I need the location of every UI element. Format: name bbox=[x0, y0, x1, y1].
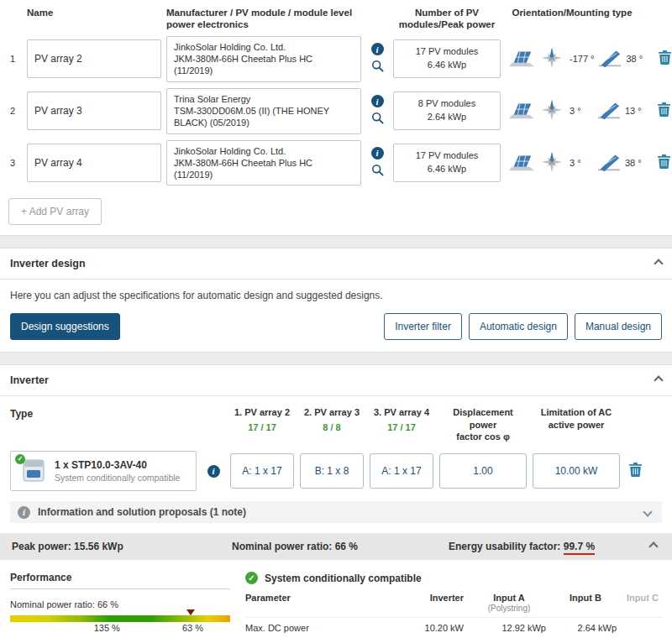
col-header-parameter: Parameter bbox=[245, 593, 408, 603]
search-icon[interactable] bbox=[371, 112, 384, 127]
col-header-inverter: Inverter bbox=[413, 593, 465, 603]
info-icon[interactable]: i bbox=[371, 95, 384, 107]
information-proposals-band[interactable]: i Information and solution proposals (1 … bbox=[10, 501, 662, 523]
pv-array-row: 2 PV array 3 Trina Solar Energy TSM-330D… bbox=[8, 88, 664, 134]
mounting-type-icon bbox=[509, 100, 534, 122]
performance-title: Performance bbox=[10, 572, 230, 589]
bar-marker bbox=[186, 609, 195, 615]
orientation-cell: 3 ° 38 ° bbox=[506, 150, 648, 175]
collapse-chevron-icon[interactable] bbox=[654, 376, 663, 385]
azimuth-value: 3 ° bbox=[570, 158, 593, 168]
information-proposals-label: Information and solution proposals (1 no… bbox=[38, 506, 246, 518]
azimuth-value: 3 ° bbox=[570, 106, 593, 116]
modules-field[interactable]: 17 PV modules 6.46 kWp bbox=[393, 144, 501, 182]
orientation-cell: 3 ° 13 ° bbox=[506, 98, 648, 123]
module-count: 17 / 17 bbox=[370, 421, 433, 433]
manufacturer-text: JinkoSolar Holding Co. Ltd. bbox=[174, 145, 354, 157]
inverter-table-header: Type 1. PV array 2 17 / 17 2. PV array 3… bbox=[0, 406, 672, 442]
nominal-power-ratio-bar bbox=[10, 609, 230, 623]
col-header-ac-limit: Limitation of AC active power bbox=[533, 406, 620, 431]
collapse-chevron-icon[interactable] bbox=[648, 542, 658, 552]
inverter-design-section: Inverter design Here you can adjust the … bbox=[0, 248, 672, 352]
input-config-b[interactable]: B: 1 x 8 bbox=[300, 453, 364, 489]
npr-tick-2: 63 % bbox=[182, 623, 203, 633]
tilt-value: 38 ° bbox=[626, 54, 649, 64]
delete-icon[interactable] bbox=[658, 102, 670, 119]
cos-phi-field[interactable]: 1.00 bbox=[439, 453, 527, 489]
orientation-cell: -177 ° 38 ° bbox=[506, 46, 649, 71]
expand-chevron-icon[interactable] bbox=[643, 508, 652, 517]
compass-icon bbox=[538, 46, 565, 71]
info-icon[interactable]: i bbox=[207, 465, 220, 478]
compass-icon bbox=[538, 98, 565, 123]
col-header-array-2: 2. PV array 3 8 / 8 bbox=[300, 406, 364, 433]
collapse-chevron-icon[interactable] bbox=[654, 259, 663, 269]
col-header-manufacturer: Manufacturer / PV module / module level … bbox=[166, 3, 361, 31]
col-header-input-b: Input B bbox=[553, 593, 618, 603]
info-icon: i bbox=[18, 506, 30, 519]
input-config-c[interactable]: A: 1 x 17 bbox=[370, 453, 433, 489]
delete-icon[interactable] bbox=[629, 463, 642, 479]
peak-power-summary: Peak power: 15.56 kWp bbox=[12, 541, 232, 552]
col-header-name: Name bbox=[27, 3, 161, 18]
search-icon[interactable] bbox=[371, 60, 384, 75]
energy-usability-summary: Energy usability factor: 99.7 % bbox=[449, 541, 595, 552]
input-a-subtitle: (Polystring) bbox=[470, 604, 548, 613]
inverter-filter-button[interactable]: Inverter filter bbox=[384, 313, 462, 340]
section-title: Inverter design bbox=[10, 258, 86, 269]
tilt-icon bbox=[597, 100, 621, 122]
details-panel: Performance Nominal power ratio: 66 % 13… bbox=[0, 560, 672, 638]
col-header-cos-phi: Displacement power factor cos φ bbox=[439, 406, 527, 442]
col-header-array-1: 1. PV array 2 17 / 17 bbox=[230, 406, 294, 433]
section-divider bbox=[0, 352, 672, 365]
section-description: Here you can adjust the specifications f… bbox=[10, 290, 662, 301]
pv-module-field[interactable]: JinkoSolar Holding Co. Ltd. JKM-380M-66H… bbox=[166, 36, 361, 82]
pv-array-name-field[interactable]: PV array 4 bbox=[27, 144, 161, 182]
pv-array-name-field[interactable]: PV array 3 bbox=[27, 92, 161, 130]
input-config-a[interactable]: A: 1 x 17 bbox=[230, 453, 294, 489]
manual-design-button[interactable]: Manual design bbox=[575, 313, 662, 340]
info-icon[interactable]: i bbox=[371, 43, 384, 55]
inverter-type-field[interactable]: ✓ 1 x STP10.0-3AV-40 System conditionall… bbox=[10, 451, 197, 491]
pv-array-section: Name Manufacturer / PV module / module l… bbox=[0, 0, 672, 235]
inverter-name: 1 x STP10.0-3AV-40 bbox=[55, 459, 180, 471]
col-header-orientation: Orientation/Mounting type bbox=[506, 3, 638, 18]
manufacturer-text: Trina Solar Energy bbox=[174, 93, 354, 105]
section-divider bbox=[0, 235, 672, 248]
delete-icon[interactable] bbox=[659, 50, 671, 67]
pv-design-page: Name Manufacturer / PV module / module l… bbox=[0, 0, 672, 638]
pv-array-row: 1 PV array 2 JinkoSolar Holding Co. Ltd.… bbox=[8, 36, 664, 82]
search-icon[interactable] bbox=[371, 164, 384, 179]
summary-band: Peak power: 15.56 kWp Nominal power rati… bbox=[0, 533, 672, 560]
automatic-design-button[interactable]: Automatic design bbox=[469, 313, 568, 340]
info-icon[interactable]: i bbox=[371, 147, 384, 160]
inverter-section: Inverter Type 1. PV array 2 17 / 17 2. P… bbox=[0, 365, 672, 638]
compatibility-title: System conditionally compatible bbox=[265, 573, 422, 584]
pv-array-name-field[interactable]: PV array 2 bbox=[27, 39, 161, 78]
compat-row: Max. DC power 10.20 kW 12.92 kWp 2.64 kW… bbox=[245, 617, 662, 638]
col-header-modules: Number of PV modules/Peak power bbox=[393, 3, 501, 31]
energy-usability-value: 99.7 % bbox=[564, 541, 595, 555]
col-header-type: Type bbox=[10, 406, 224, 420]
nominal-power-ratio-summary: Nominal power ratio: 66 % bbox=[232, 541, 449, 552]
add-pv-array-button[interactable]: + Add PV array bbox=[8, 198, 102, 225]
performance-panel: Performance Nominal power ratio: 66 % 13… bbox=[10, 572, 230, 638]
ac-limit-field[interactable]: 10.00 kW bbox=[533, 453, 620, 489]
compass-icon bbox=[538, 150, 565, 175]
pv-table-header: Name Manufacturer / PV module / module l… bbox=[8, 3, 664, 31]
module-text: TSM-330DD06M.05 (II) (THE HONEY BLACK) (… bbox=[174, 105, 354, 129]
design-suggestions-button[interactable]: Design suggestions bbox=[10, 313, 120, 340]
module-count: 8 / 8 bbox=[300, 421, 364, 433]
mounting-type-icon bbox=[509, 152, 534, 174]
delete-icon[interactable] bbox=[658, 154, 670, 171]
manufacturer-text: JinkoSolar Holding Co. Ltd. bbox=[174, 41, 354, 53]
inverter-row: ✓ 1 x STP10.0-3AV-40 System conditionall… bbox=[0, 451, 672, 491]
modules-field[interactable]: 17 PV modules 6.46 kWp bbox=[393, 39, 501, 78]
col-header-input-a: Input A(Polystring) bbox=[470, 593, 548, 613]
pv-module-field[interactable]: JinkoSolar Holding Co. Ltd. JKM-380M-66H… bbox=[166, 140, 361, 186]
col-header-array-3: 3. PV array 4 17 / 17 bbox=[370, 406, 433, 433]
row-number: 1 bbox=[8, 54, 22, 64]
modules-field[interactable]: 8 PV modules 2.64 kWp bbox=[393, 92, 501, 130]
module-text: JKM-380M-66H Cheetah Plus HC (11/2019) bbox=[174, 157, 354, 181]
pv-module-field[interactable]: Trina Solar Energy TSM-330DD06M.05 (II) … bbox=[166, 88, 361, 134]
